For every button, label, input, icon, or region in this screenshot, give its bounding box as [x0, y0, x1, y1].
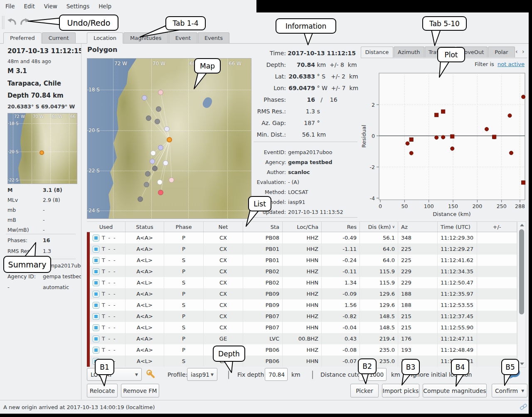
station-marker[interactable] — [150, 159, 155, 164]
locator-settings-wrench-icon[interactable] — [146, 369, 156, 379]
confirm-button[interactable]: Confirm ▼ — [492, 384, 527, 397]
used-checkbox[interactable] — [93, 291, 99, 297]
scroll-down-arrow[interactable] — [520, 363, 524, 365]
used-checkbox[interactable] — [93, 235, 99, 241]
arrival-table-header[interactable]: UsedStatusPhaseNetStaLoc/ChaResDis (km) … — [87, 221, 517, 232]
used-checkbox[interactable] — [93, 336, 99, 342]
station-marker[interactable] — [158, 90, 163, 95]
cell-sta: PB07 — [243, 322, 283, 333]
plot-tab-polar[interactable]: Polar — [488, 47, 515, 57]
fix-depth-checkbox[interactable] — [228, 370, 229, 379]
table-row[interactable]: T - -A<A>PCXPB08HHZ-0.4956.134811:12:29.… — [87, 232, 517, 243]
remove-fm-button[interactable]: Remove FM — [121, 384, 159, 397]
plot-tab-scroll-left[interactable]: ‹ — [515, 48, 518, 55]
table-scrollbar[interactable] — [517, 221, 526, 368]
used-checkbox[interactable] — [93, 324, 99, 331]
menu-view[interactable]: View — [39, 3, 62, 10]
tab-magnitudes[interactable]: Magnitudes — [123, 32, 168, 43]
picker-button[interactable]: Picker — [350, 384, 379, 397]
column-header-net[interactable]: Net — [204, 222, 243, 232]
station-marker[interactable] — [169, 177, 174, 183]
relocate-button[interactable]: Relocate — [87, 384, 118, 397]
column-header-phase[interactable]: Phase — [164, 222, 204, 232]
menu-help[interactable]: Help — [94, 3, 116, 10]
table-row[interactable]: T - -A<L>SCXPB02HHN1.34115.922911:12:50.… — [87, 277, 517, 288]
column-header-[interactable]: +/- — [477, 222, 517, 232]
station-marker[interactable] — [164, 126, 170, 132]
residual-plot[interactable]: -4-202050100150200250288 Residual Distan… — [360, 69, 527, 222]
station-marker[interactable] — [146, 115, 151, 121]
station-marker[interactable] — [144, 182, 149, 187]
table-row[interactable]: T - -A<A>PCXPB07HHZ-0.82148.521511:12:37… — [87, 311, 517, 322]
tab-current[interactable]: Current — [42, 32, 76, 43]
column-header-az[interactable]: Az — [398, 222, 438, 232]
used-checkbox[interactable] — [93, 347, 99, 353]
plot-tab-distance[interactable]: Distance — [361, 47, 393, 58]
station-marker[interactable] — [155, 119, 160, 124]
used-checkbox[interactable] — [93, 268, 99, 275]
table-row[interactable]: T - -A<A>PGELVC00.BHZ0.43219.417611:12:4… — [87, 333, 517, 344]
data-point — [510, 151, 513, 155]
compute-magnitudes-button[interactable]: Compute magnitudes — [423, 384, 487, 397]
station-marker[interactable] — [152, 166, 158, 171]
tab-event[interactable]: Event — [169, 32, 197, 43]
scrollbar-thumb[interactable] — [519, 229, 524, 314]
table-row[interactable]: T - -A<L>SCXPB09HHN1.56129.618811:12:53.… — [87, 299, 517, 311]
info-suffix: km — [315, 131, 326, 138]
plot-tab-azimuth[interactable]: Azimuth — [394, 47, 424, 57]
used-checkbox[interactable] — [93, 313, 99, 320]
menu-file[interactable]: File — [1, 3, 20, 10]
info-row: Phases:16 / 16 — [250, 94, 359, 105]
info-label: Az. Gap: — [250, 120, 286, 126]
table-row[interactable]: T - -A<A>PCXPB01HHZ-1.1164.022511:12:29.… — [87, 243, 517, 255]
data-point — [522, 95, 525, 99]
tab-location[interactable]: Location — [87, 32, 123, 44]
cell-net: CX — [204, 322, 243, 333]
column-header-res[interactable]: Res — [322, 222, 360, 232]
table-row[interactable]: T - -A<L>SCXPB07HHN-0.04148.521511:12:55… — [87, 322, 517, 333]
station-marker[interactable] — [138, 196, 143, 202]
column-header-sta[interactable]: Sta — [243, 222, 283, 232]
station-marker[interactable] — [150, 150, 156, 156]
column-header-used[interactable]: Used — [87, 222, 126, 232]
used-checkbox[interactable] — [93, 257, 99, 264]
menu-settings[interactable]: Settings — [62, 3, 94, 10]
toolbar-drag-handle[interactable] — [2, 16, 4, 29]
used-checkbox[interactable] — [93, 302, 99, 309]
column-header-diskm[interactable]: Dis (km) ∨ — [360, 222, 398, 232]
column-header-timeutc[interactable]: Time (UTC) — [438, 222, 477, 232]
table-row[interactable]: T - -A<A>PCXPB02HHZ-0.11115.922911:12:34… — [87, 266, 517, 277]
summary-minimap[interactable]: 72 W70 W68 W6618 S20 S22 S — [7, 113, 77, 184]
table-row[interactable]: T - -A<A>PCXPB09HHZ-0.09129.618811:12:35… — [87, 288, 517, 299]
station-marker[interactable] — [158, 190, 163, 195]
location-map[interactable]: 72 W70 W68 W66 W18 S20 S22 S24 S — [87, 58, 251, 219]
column-header-loccha[interactable]: Loc/Cha — [283, 222, 322, 232]
lon-label: 70 W — [33, 114, 44, 119]
plot-tab-scroll-right[interactable]: › — [522, 48, 525, 55]
callout-plot: Plot — [437, 47, 465, 62]
tab-events[interactable]: Events — [198, 32, 229, 43]
redo-icon[interactable] — [19, 16, 31, 27]
station-marker[interactable] — [163, 160, 168, 166]
used-checkbox[interactable] — [93, 280, 99, 286]
table-row[interactable]: T - -A<L>SCXPB01HHN-0.2464.022511:12:41.… — [87, 255, 517, 266]
table-row[interactable]: T - -A<A>PCXPB06HHZ-0.08235.019311:12:48… — [87, 344, 517, 356]
station-marker[interactable] — [158, 145, 163, 150]
column-header-status[interactable]: Status — [126, 222, 164, 232]
cell-status: A<L> — [126, 322, 164, 333]
station-marker[interactable] — [142, 95, 147, 101]
confirm-dropdown-arrow[interactable]: ▼ — [521, 389, 524, 393]
undo-icon[interactable] — [6, 16, 17, 27]
menu-edit[interactable]: Edit — [20, 3, 39, 10]
profile-select[interactable]: iasp91▼ — [187, 368, 217, 381]
filter-link[interactable]: not active — [498, 61, 525, 67]
station-marker[interactable] — [145, 171, 150, 177]
station-marker[interactable] — [157, 179, 163, 185]
station-marker[interactable] — [156, 106, 161, 112]
import-picks-button[interactable]: Import picks — [382, 384, 419, 397]
tab-preferred[interactable]: Preferred — [3, 32, 42, 44]
distance-cutoff-checkbox[interactable] — [312, 370, 313, 379]
depth-input[interactable]: 70.84 — [265, 368, 288, 381]
used-checkbox[interactable] — [93, 246, 99, 253]
scroll-up-arrow[interactable] — [520, 224, 524, 226]
